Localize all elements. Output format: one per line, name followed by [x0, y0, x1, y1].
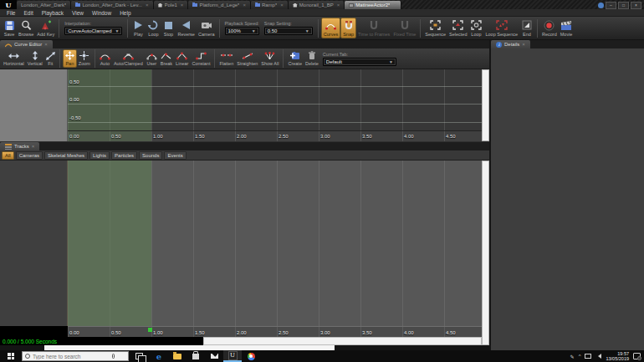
add-key-button[interactable]: Add Key	[35, 18, 56, 38]
movie-button[interactable]: Movie	[559, 18, 575, 38]
network-icon[interactable]	[585, 354, 591, 359]
snap-toggle-button[interactable]: Snap	[340, 18, 356, 38]
window-tab-ramp[interactable]: Ramp* ×	[251, 1, 289, 9]
feedback-icon[interactable]	[598, 3, 604, 8]
menu-item[interactable]: File	[3, 10, 18, 16]
tab-close-icon[interactable]: ×	[181, 3, 184, 8]
store-taskbar-icon[interactable]	[187, 350, 205, 362]
filter-tab-lights[interactable]: Lights	[89, 151, 110, 160]
menu-item[interactable]: Edit	[20, 10, 36, 16]
chrome-taskbar-icon[interactable]	[242, 350, 260, 362]
curve-track-list[interactable]	[0, 69, 68, 141]
maximize-button[interactable]: □	[618, 2, 629, 9]
window-tab-monorail[interactable]: Monorail_1_BP ×	[289, 1, 345, 9]
tab-label: Platform_d_Lege*	[199, 3, 239, 8]
timeline-ruler[interactable]: 0.000.501.001.502.002.503.003.504.004.50	[68, 326, 482, 337]
end-button[interactable]: End	[519, 18, 534, 38]
pen-tray-icon[interactable]: ✎	[570, 354, 575, 359]
window-tab-level[interactable]: London_After_Dark - Lev... ×	[71, 1, 153, 9]
window-tab-matinee-active[interactable]: MatineeActor2* ×	[345, 1, 401, 9]
reverse-button[interactable]: Reverse	[176, 18, 196, 38]
sequence-button[interactable]: Sequence	[423, 18, 447, 38]
volume-icon[interactable]	[595, 354, 601, 359]
horizontal-button[interactable]: Horizontal	[2, 50, 26, 67]
window-tab-pole1[interactable]: Pole1 ×	[154, 1, 189, 9]
window-tab-platform[interactable]: Platform_d_Lege* ×	[188, 1, 251, 9]
save-button[interactable]: Save	[2, 18, 17, 38]
zoom-button[interactable]: Zoom	[77, 50, 92, 67]
snap-setting-select[interactable]: 0.50 ▼	[264, 27, 313, 35]
record-button[interactable]: Record	[540, 18, 559, 38]
task-view-button[interactable]	[135, 353, 143, 359]
panel-close-icon[interactable]: ×	[522, 42, 525, 47]
straighten-button[interactable]: Straighten	[235, 50, 259, 67]
linear-button[interactable]: Linear	[174, 50, 190, 67]
panel-close-icon[interactable]: ×	[32, 144, 35, 149]
show-all-button[interactable]: Show All	[259, 50, 280, 67]
panel-close-icon[interactable]: ×	[44, 42, 48, 47]
action-center-icon[interactable]	[633, 353, 641, 359]
break-button[interactable]: Break	[159, 50, 174, 67]
search-input[interactable]	[33, 354, 110, 359]
auto-clamped-button[interactable]: Auto/Clamped	[112, 50, 145, 67]
taskbar-search[interactable]	[22, 351, 129, 361]
auto-button[interactable]: Auto	[98, 50, 112, 67]
unreal-taskbar-icon[interactable]: U	[223, 350, 242, 362]
minimize-button[interactable]: –	[606, 2, 616, 9]
user-button[interactable]: User	[145, 50, 159, 67]
loop-section-button[interactable]: Loop	[468, 18, 483, 38]
tracks-tab[interactable]: Tracks ×	[0, 142, 39, 150]
selected-button[interactable]: Selected	[447, 18, 468, 38]
close-button[interactable]: ×	[631, 2, 641, 9]
curve-vertical-scrollbar[interactable]	[482, 69, 489, 141]
menu-item[interactable]: Help	[116, 10, 134, 16]
interpolation-select[interactable]: CurveAutoClamped ▼	[64, 27, 122, 35]
camera-button[interactable]: Camera	[197, 18, 217, 38]
tracks-vertical-scrollbar[interactable]	[482, 161, 489, 345]
pan-button[interactable]: Pan	[63, 49, 77, 68]
menu-item[interactable]: Window	[89, 10, 115, 16]
flatten-button[interactable]: Flatten	[217, 50, 235, 67]
group-list[interactable]	[0, 161, 68, 326]
edge-taskbar-icon[interactable]: e	[150, 350, 168, 362]
curves-toggle-button[interactable]: Curves	[321, 18, 340, 38]
tab-close-icon[interactable]: ×	[337, 3, 340, 8]
filter-tab-all[interactable]: All	[2, 151, 14, 160]
loop-sequence-button[interactable]: Loop Sequence	[483, 18, 519, 38]
tab-close-icon[interactable]: ×	[393, 3, 396, 8]
menu-item[interactable]: Playback	[38, 10, 67, 16]
constant-button[interactable]: Constant	[190, 50, 212, 67]
hidden-icons-chevron[interactable]: ^	[579, 354, 581, 359]
tracks-horizontal-scrollbar[interactable]	[203, 337, 482, 345]
current-tab-select[interactable]: Default ▼	[323, 58, 396, 66]
filter-tab-skeletal-meshes[interactable]: Skeletal Meshes	[44, 151, 88, 160]
vertical-button[interactable]: Vertical	[26, 50, 44, 67]
tracks-timeline[interactable]	[68, 161, 482, 326]
curve-grid[interactable]: 0.50 0.00 -0.50	[68, 69, 482, 130]
tab-close-icon[interactable]: ×	[243, 3, 246, 8]
filter-tab-events[interactable]: Events	[164, 151, 186, 160]
taskbar-clock[interactable]: 19:57 13/05/2019	[606, 351, 629, 362]
playback-speed-select[interactable]: 100% ▼	[225, 27, 259, 35]
time-to-frames-button[interactable]: Time to Frames	[356, 18, 391, 38]
curve-editor-tab[interactable]: Curve Editor ×	[0, 40, 53, 48]
filter-tab-particles[interactable]: Particles	[111, 151, 137, 160]
fit-button[interactable]: Fit	[44, 50, 57, 67]
tab-close-icon[interactable]: ×	[146, 3, 149, 8]
mail-taskbar-icon[interactable]	[205, 350, 223, 362]
filter-tab-cameras[interactable]: Cameras	[16, 151, 43, 160]
create-tab-button[interactable]: Create	[286, 50, 304, 67]
file-explorer-taskbar-icon[interactable]	[168, 350, 187, 362]
play-button[interactable]: Play	[130, 18, 146, 38]
browse-button[interactable]: Browse	[17, 18, 35, 38]
filter-tab-sounds[interactable]: Sounds	[139, 151, 162, 160]
loop-button[interactable]: Loop	[146, 18, 161, 38]
tab-close-icon[interactable]: ×	[280, 3, 284, 8]
fixed-time-button[interactable]: Fixed Time	[391, 18, 417, 38]
menu-item[interactable]: View	[69, 10, 87, 16]
start-button[interactable]	[8, 353, 14, 359]
stop-button[interactable]: Stop	[161, 18, 176, 38]
window-tab-project[interactable]: London_After_Dark*	[17, 1, 71, 9]
delete-tab-button[interactable]: Delete	[304, 50, 320, 67]
details-tab[interactable]: i Details ×	[491, 40, 530, 48]
